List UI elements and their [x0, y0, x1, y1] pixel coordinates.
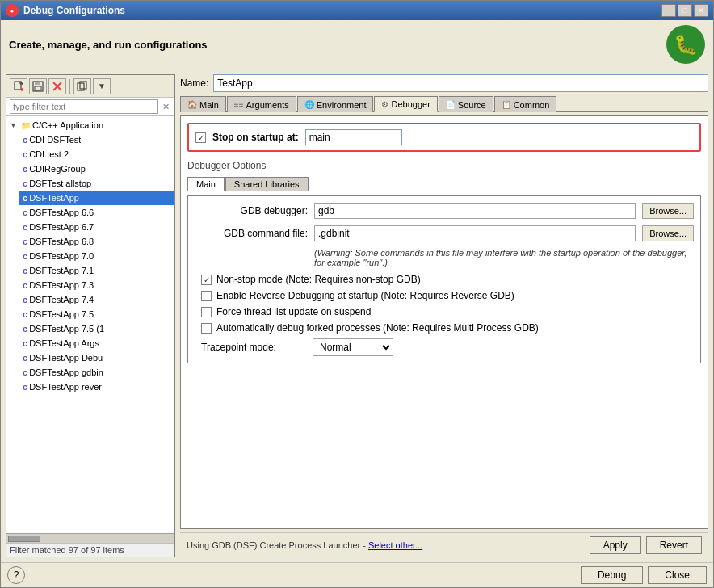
args-icon: ≡≡ [234, 100, 244, 109]
close-button[interactable]: ✕ [694, 4, 708, 17]
revert-button[interactable]: Revert [646, 536, 702, 554]
tree-item[interactable]: c DSFTestApp 7.0 [19, 249, 174, 263]
gdb-debugger-input[interactable] [314, 203, 636, 219]
tree-item[interactable]: c DSFTestApp 7.1 [19, 263, 174, 278]
tabs-container: 🏠 Main ≡≡ Arguments 🌐 Environment ⚙ Debu… [180, 95, 708, 112]
env-icon: 🌐 [304, 100, 314, 109]
filter-clear-button[interactable]: ✕ [160, 101, 171, 112]
help-button[interactable]: ? [7, 566, 25, 584]
tab-common[interactable]: 📋 Common [494, 96, 557, 112]
select-other-link[interactable]: Select other... [368, 540, 422, 550]
config-icon: c [23, 338, 27, 348]
tree-item[interactable]: c DSFTestApp 6.8 [19, 234, 174, 249]
page-subtitle: Create, manage, and run configurations [9, 39, 208, 51]
tree-root-label: C/C++ Application [32, 120, 103, 130]
config-icon: c [23, 164, 27, 174]
gdb-command-browse-button[interactable]: Browse... [642, 225, 694, 242]
left-panel: ▼ ✕ ▼ 📁 C/C++ Application c CDI DSFTest [6, 74, 175, 557]
filter-count: Filter matched 97 of 97 items [6, 543, 174, 556]
tree-item-selected[interactable]: c DSFTestApp [19, 191, 174, 205]
tab-arguments[interactable]: ≡≡ Arguments [227, 96, 296, 112]
config-icon: c [23, 368, 27, 377]
tree-item[interactable]: c CDI test 2 [19, 147, 174, 162]
gdb-command-row: GDB command file: Browse... [195, 225, 694, 242]
save-config-button[interactable] [29, 78, 47, 94]
tracepoint-select[interactable]: Normal Fast Static [313, 338, 393, 356]
tree-item[interactable]: c DSFTestApp rever [19, 380, 174, 394]
warning-text: (Warning: Some commands in this file may… [195, 248, 694, 267]
option-row-reverse: Enable Reverse Debugging at startup (Not… [195, 290, 694, 301]
tree-item[interactable]: c DSFTestApp Debu [19, 351, 174, 365]
section-title: Debugger Options [187, 160, 701, 171]
tree-item[interactable]: c DSFTestApp 6.7 [19, 220, 174, 234]
subtitle-bar: Create, manage, and run configurations 🐛 [1, 20, 713, 69]
tracepoint-row: Tracepoint mode: Normal Fast Static [195, 338, 694, 356]
tree-item-label: CDI test 2 [29, 149, 69, 159]
tree-item-label: DSFTestApp 7.5 (1 [29, 324, 104, 334]
tracepoint-label: Tracepoint mode: [201, 342, 306, 353]
nonstop-checkbox[interactable] [201, 275, 212, 285]
startup-at-input[interactable] [305, 129, 402, 145]
horizontal-scrollbar[interactable] [6, 533, 174, 543]
window-title: Debug Configurations [23, 5, 125, 16]
stop-on-startup-checkbox[interactable] [195, 132, 206, 143]
tree-root-item[interactable]: ▼ 📁 C/C++ Application [6, 118, 174, 132]
tree-item-label: DSFTestApp Debu [29, 353, 103, 363]
gdb-command-input[interactable] [314, 225, 636, 242]
tree-item-label: DSFTestApp 7.3 [29, 280, 94, 290]
left-toolbar: ▼ [6, 75, 174, 98]
inner-tab-shared-libraries[interactable]: Shared Libraries [225, 177, 309, 191]
inner-tab-main[interactable]: Main [187, 177, 225, 191]
tree-item[interactable]: c DSFTestApp 7.5 (1 [19, 321, 174, 336]
reverse-label: Enable Reverse Debugging at startup (Not… [216, 290, 514, 301]
gdb-debugger-row: GDB debugger: Browse... [195, 203, 694, 219]
close-button[interactable]: Close [648, 566, 707, 584]
tree-item[interactable]: c DSFTestApp 7.4 [19, 292, 174, 307]
delete-config-button[interactable] [48, 78, 66, 94]
apply-button[interactable]: Apply [590, 536, 641, 554]
config-icon: c [23, 382, 27, 392]
tree-item-label: DSFTestApp gdbin [29, 368, 103, 377]
tab-environment[interactable]: 🌐 Environment [297, 96, 374, 112]
debug-button[interactable]: Debug [581, 566, 643, 584]
config-icon: c [23, 135, 27, 145]
svg-rect-12 [80, 82, 86, 89]
option-row-nonstop: Non-stop mode (Note: Requires non-stop G… [195, 274, 694, 285]
maximize-button[interactable]: □ [678, 4, 692, 17]
tree-item[interactable]: c DSFTestApp 6.6 [19, 205, 174, 220]
tab-source[interactable]: 📄 Source [439, 96, 494, 112]
tree-item[interactable]: c CDIRegGroup [19, 162, 174, 176]
more-button[interactable]: ▼ [93, 78, 111, 94]
tree-item[interactable]: c DSFTestApp 7.5 [19, 307, 174, 321]
fork-checkbox[interactable] [201, 323, 212, 334]
bug-icon: 🐛 [666, 25, 705, 64]
title-bar: ● Debug Configurations ─ □ ✕ [1, 1, 713, 20]
tree-item-label: DSFTest allstop [29, 178, 91, 188]
tab-debugger[interactable]: ⚙ Debugger [374, 96, 437, 112]
tree-item[interactable]: c DSFTestApp Args [19, 336, 174, 351]
thread-checkbox[interactable] [201, 307, 212, 317]
config-icon: c [23, 222, 27, 232]
filter-input[interactable] [10, 99, 158, 114]
scrollbar-thumb[interactable] [8, 536, 40, 542]
new-config-button[interactable] [10, 78, 27, 94]
gdb-debugger-label: GDB debugger: [195, 205, 308, 216]
tab-main[interactable]: 🏠 Main [180, 96, 226, 112]
expand-icon: ▼ [10, 121, 19, 129]
thread-label: Force thread list update on suspend [216, 306, 371, 317]
tree-item[interactable]: c DSFTestApp 7.3 [19, 278, 174, 292]
minimize-button[interactable]: ─ [662, 4, 676, 17]
tree-item[interactable]: c DSFTest allstop [19, 176, 174, 191]
tab-environment-label: Environment [317, 100, 367, 110]
config-icon: c [23, 295, 27, 304]
tree-item-label: DSFTestApp 7.4 [29, 295, 94, 304]
reverse-checkbox[interactable] [201, 291, 212, 301]
app-icon: ● [6, 4, 19, 17]
tree-item[interactable]: c CDI DSFTest [19, 132, 174, 147]
option-row-thread: Force thread list update on suspend [195, 306, 694, 317]
name-input[interactable] [213, 74, 708, 92]
gdb-debugger-browse-button[interactable]: Browse... [642, 203, 694, 219]
tree-item[interactable]: c DSFTestApp gdbin [19, 365, 174, 380]
duplicate-config-button[interactable] [74, 78, 91, 94]
config-icon: c [23, 208, 27, 217]
